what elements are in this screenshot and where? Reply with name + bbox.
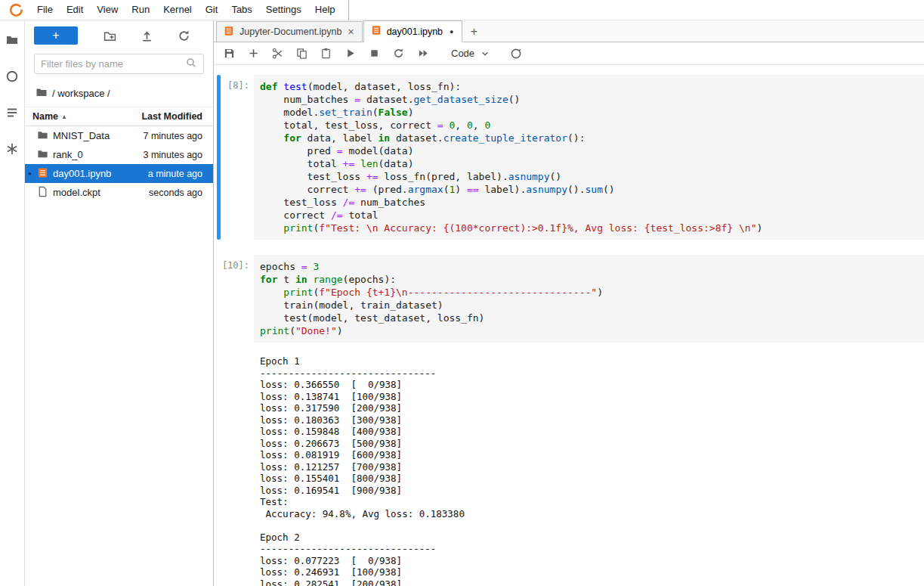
upload-icon[interactable] xyxy=(141,29,153,42)
menu-git[interactable]: Git xyxy=(199,0,225,20)
output-line: loss: 0.366550 [ 0/938] xyxy=(260,379,918,391)
file-browser-toolbar: + xyxy=(25,20,213,49)
paste-cells-icon[interactable] xyxy=(320,47,332,60)
filter-files-box xyxy=(34,54,204,74)
file-row[interactable]: model.ckpt seconds ago xyxy=(25,183,213,202)
menu-kernel[interactable]: Kernel xyxy=(156,0,199,20)
file-row[interactable]: MNIST_Data 7 minutes ago xyxy=(25,126,213,145)
output-line: loss: 0.180363 [300/938] xyxy=(260,414,918,426)
output-line: loss: 0.246931 [100/938] xyxy=(260,566,918,578)
sort-by-name[interactable]: Name ▲ xyxy=(32,111,141,122)
output-line: loss: 0.282541 [200/938] xyxy=(260,578,918,586)
output-prompt xyxy=(221,350,254,586)
output-line xyxy=(260,519,918,532)
cut-cells-icon[interactable] xyxy=(271,47,284,60)
menu-view[interactable]: View xyxy=(90,0,125,20)
code-line: test(model, test_dataset, loss_fn) xyxy=(260,312,918,324)
sort-by-modified[interactable]: Last Modified xyxy=(141,111,202,122)
code-line: test_loss /= num_batches xyxy=(260,196,918,209)
file-row[interactable]: rank_0 3 minutes ago xyxy=(25,145,213,164)
file-modified: 7 minutes ago xyxy=(143,131,202,141)
name-column-label: Name xyxy=(32,111,58,122)
tab-label: Jupyter-Document.ipynb xyxy=(239,26,341,37)
menu-tabs[interactable]: Tabs xyxy=(224,0,258,20)
close-icon[interactable]: × xyxy=(347,26,354,38)
file-browser-icon[interactable] xyxy=(5,33,20,48)
code-line: for t in range(epochs): xyxy=(260,273,918,286)
copy-cells-icon[interactable] xyxy=(295,47,308,60)
menu-edit[interactable]: Edit xyxy=(60,0,90,20)
output-line: loss: 0.138741 [100/938] xyxy=(260,391,918,403)
execution-count: [8]: xyxy=(221,75,254,240)
file-modified: 3 minutes ago xyxy=(143,150,202,160)
output-line: Accuracy: 94.8%, Avg loss: 0.183380 xyxy=(260,508,918,520)
new-launcher-button[interactable]: + xyxy=(34,26,78,45)
cell-type-dropdown[interactable]: Code xyxy=(451,48,490,59)
code-line: num_batches = dataset.get_dataset_size() xyxy=(260,93,918,106)
menu-settings[interactable]: Settings xyxy=(259,0,308,20)
tab-jupyter-document[interactable]: Jupyter-Document.ipynb × xyxy=(216,21,363,42)
notebook-icon xyxy=(371,25,382,38)
home-folder-icon[interactable] xyxy=(36,86,48,101)
code-cell[interactable]: [8]:def test(model, dataset, loss_fn): n… xyxy=(214,75,924,240)
running-kernel-dot: ● xyxy=(28,170,32,177)
output-line: loss: 0.206673 [500/938] xyxy=(260,438,918,450)
sort-ascending-icon: ▲ xyxy=(61,113,67,120)
main-area: Jupyter-Document.ipynb × day001.ipynb ● … xyxy=(214,20,924,586)
app-logo-icon xyxy=(0,2,30,18)
execution-count: [10]: xyxy=(221,255,254,343)
breadcrumb[interactable]: / workspace / xyxy=(25,77,213,107)
output-line: loss: 0.169541 [900/938] xyxy=(260,485,918,497)
output-line: loss: 0.155401 [800/938] xyxy=(260,473,918,485)
notebook-toolbar: Code xyxy=(214,42,924,65)
tab-day001[interactable]: day001.ipynb ● xyxy=(363,20,463,42)
menu-file[interactable]: File xyxy=(30,0,60,20)
code-editor[interactable]: epochs = 3for t in range(epochs): print(… xyxy=(254,255,924,343)
code-line: train(model, train_dataset) xyxy=(260,299,918,312)
code-cell[interactable]: [10]:epochs = 3for t in range(epochs): p… xyxy=(214,255,924,343)
refresh-icon[interactable] xyxy=(178,29,190,42)
menu-bar: File Edit View Run Kernel Git Tabs Setti… xyxy=(0,0,924,20)
code-line: total, test_loss, correct = 0, 0, 0 xyxy=(260,119,918,132)
file-row-selected[interactable]: ● day001.ipynb a minute ago xyxy=(25,164,213,183)
notebook-icon xyxy=(37,167,48,181)
menu-run[interactable]: Run xyxy=(125,0,156,20)
output-line: Epoch 1 xyxy=(260,355,918,367)
code-line: total += len(data) xyxy=(260,157,918,170)
new-folder-icon[interactable] xyxy=(104,29,116,42)
menu-help[interactable]: Help xyxy=(308,0,342,20)
output-line: ------------------------------- xyxy=(260,543,918,555)
breadcrumb-path: / workspace / xyxy=(52,88,110,99)
new-tab-button[interactable]: + xyxy=(463,22,484,42)
kernel-status-icon[interactable] xyxy=(509,47,522,60)
running-sessions-icon[interactable] xyxy=(5,69,20,84)
file-name: model.ckpt xyxy=(53,187,144,198)
tab-bar: Jupyter-Document.ipynb × day001.ipynb ● … xyxy=(214,20,924,42)
unsaved-changes-dot[interactable]: ● xyxy=(448,28,455,36)
output-line: ------------------------------- xyxy=(260,367,918,380)
file-name: rank_0 xyxy=(53,149,138,160)
tab-label: day001.ipynb xyxy=(387,26,443,37)
code-line: for data, label in dataset.create_tuple_… xyxy=(260,132,918,144)
code-line: print(f"Epoch {t+1}\n-------------------… xyxy=(260,286,918,299)
save-icon[interactable] xyxy=(223,47,236,60)
code-line: correct /= total xyxy=(260,209,918,222)
table-of-contents-icon[interactable] xyxy=(5,105,20,120)
code-line: test_loss += loss_fn(pred, label).asnump… xyxy=(260,170,918,183)
code-line: print(f"Test: \n Accuracy: {(100*correct… xyxy=(260,222,918,234)
filter-files-input[interactable] xyxy=(41,58,185,70)
code-editor[interactable]: def test(model, dataset, loss_fn): num_b… xyxy=(254,75,924,240)
code-line: pred = model(data) xyxy=(260,144,918,157)
run-cell-icon[interactable] xyxy=(344,47,357,60)
interrupt-kernel-icon[interactable] xyxy=(368,47,381,60)
activity-bar xyxy=(0,20,25,586)
restart-run-all-icon[interactable] xyxy=(416,47,429,60)
file-modified: a minute ago xyxy=(148,169,202,179)
output-line: loss: 0.159848 [400/938] xyxy=(260,426,918,438)
restart-kernel-icon[interactable] xyxy=(392,47,405,60)
extensions-icon[interactable] xyxy=(5,141,20,157)
output-line: loss: 0.121257 [700/938] xyxy=(260,461,918,473)
menu-divider xyxy=(348,0,349,20)
notebook-scroll-area[interactable]: [8]:def test(model, dataset, loss_fn): n… xyxy=(214,65,924,586)
add-cell-icon[interactable] xyxy=(247,47,260,60)
